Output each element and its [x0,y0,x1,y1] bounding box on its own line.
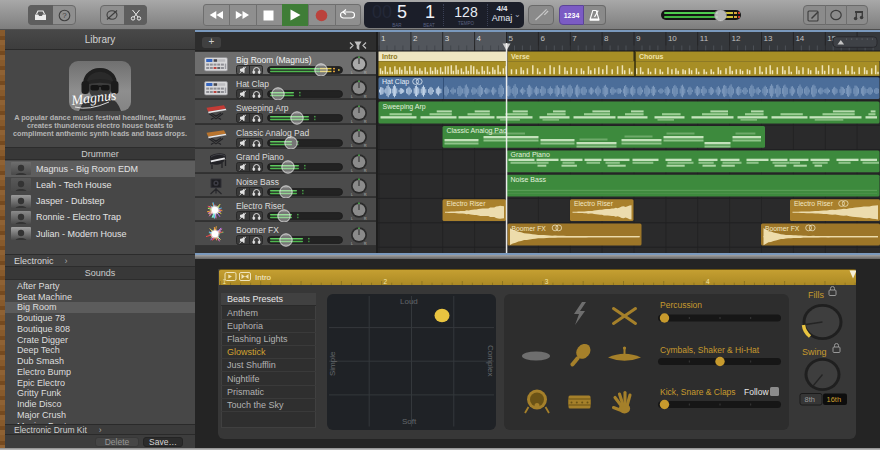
svg-text:Intro: Intro [382,53,398,60]
svg-text:Loud: Loud [400,297,418,306]
svg-text:R: R [364,95,367,99]
svg-text:L: L [351,241,353,245]
svg-text:Follow: Follow [744,386,769,396]
svg-text:R: R [364,241,367,245]
svg-text:5: 5 [509,34,514,43]
svg-text:8th: 8th [805,395,815,404]
svg-text:Electro Riser: Electro Riser [574,200,614,207]
svg-text:L: L [351,144,353,148]
svg-text:Verse: Verse [511,53,530,60]
svg-text:Hat Clap: Hat Clap [382,78,409,86]
svg-text:Classic Analog Pad: Classic Analog Pad [447,127,507,135]
svg-text:Noise Bass: Noise Bass [511,176,547,183]
svg-text:Fills: Fills [808,290,824,300]
svg-text:1: 1 [381,34,386,43]
svg-text:?: ? [62,11,67,20]
svg-text:16th: 16th [827,395,842,404]
svg-text:4: 4 [706,277,710,284]
svg-text:R: R [364,217,367,221]
svg-text:9: 9 [636,34,641,43]
svg-text:Electro Riser: Electro Riser [794,200,834,207]
svg-text:8: 8 [604,34,609,43]
svg-text:3: 3 [445,34,450,43]
svg-text:Electro Riser: Electro Riser [447,200,487,207]
svg-text:Boomer FX: Boomer FX [765,225,800,232]
svg-text:Cymbals, Shaker & Hi-Hat: Cymbals, Shaker & Hi-Hat [660,344,760,354]
svg-text:Grand Piano: Grand Piano [511,151,550,158]
svg-text:R: R [364,144,367,148]
svg-text:3: 3 [545,277,549,284]
svg-text:L: L [351,119,353,123]
svg-text:Percussion: Percussion [660,299,702,309]
svg-text:6: 6 [540,34,545,43]
svg-text:L: L [351,193,353,197]
svg-text:4: 4 [477,34,482,43]
svg-text:Chorus: Chorus [639,53,664,60]
svg-text:7: 7 [572,34,577,43]
svg-text:12: 12 [732,34,741,43]
svg-text:2: 2 [384,277,388,284]
svg-text:R: R [364,119,367,123]
svg-text:L: L [351,168,353,172]
svg-text:R: R [364,193,367,197]
svg-text:Boomer FX: Boomer FX [512,225,547,232]
svg-text:Complex: Complex [486,345,495,377]
svg-text:R: R [364,168,367,172]
svg-text:11: 11 [700,34,709,43]
svg-text:2: 2 [413,34,418,43]
svg-text:Simple: Simple [328,350,337,375]
svg-text:10: 10 [668,34,677,43]
svg-text:Sweeping Arp: Sweeping Arp [383,103,426,111]
svg-text:13: 13 [764,34,773,43]
svg-text:Swing: Swing [802,347,827,357]
svg-text:R: R [364,71,367,75]
svg-text:L: L [351,71,353,75]
svg-text:Intro: Intro [255,272,272,281]
svg-text:L: L [351,217,353,221]
svg-text:Soft: Soft [402,417,417,426]
svg-text:L: L [351,95,353,99]
svg-text:14: 14 [795,34,804,43]
svg-text:Kick, Snare & Claps: Kick, Snare & Claps [660,386,736,396]
